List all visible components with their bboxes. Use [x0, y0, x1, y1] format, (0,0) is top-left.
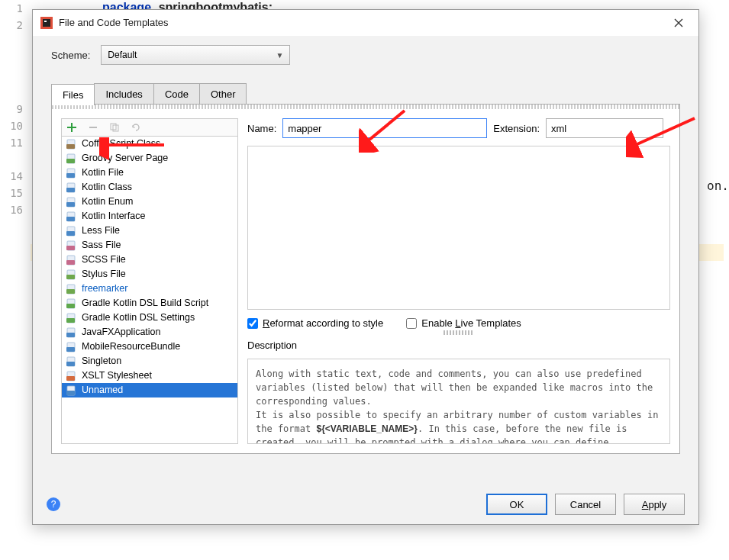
- template-item[interactable]: Less File: [62, 224, 237, 238]
- plus-icon: [66, 122, 77, 133]
- titlebar: File and Code Templates: [33, 10, 698, 36]
- main-area: CoffeeScript ClassGroovy Server PageKotl…: [51, 109, 680, 454]
- dialog-footer: ? OK Cancel Apply: [33, 484, 698, 524]
- svg-rect-20: [66, 246, 75, 250]
- template-item[interactable]: Gradle Kotlin DSL Build Script: [62, 296, 237, 311]
- svg-rect-26: [66, 289, 75, 294]
- name-label: Name:: [247, 123, 276, 134]
- svg-rect-36: [66, 362, 75, 366]
- gutter-line: [0, 84, 31, 101]
- coffee-icon: [66, 139, 78, 150]
- template-item[interactable]: Kotlin File: [62, 166, 237, 180]
- file-icon: [66, 356, 78, 367]
- file-templates-dialog: File and Code Templates Scheme: Default …: [32, 9, 699, 525]
- partial-code: on.: [707, 179, 729, 193]
- template-tree[interactable]: CoffeeScript ClassGroovy Server PageKotl…: [61, 137, 238, 444]
- template-item-label: Kotlin Interface: [82, 209, 145, 224]
- tab-files[interactable]: Files: [51, 84, 95, 105]
- sass-icon: [66, 240, 78, 251]
- description-box: Along with static text, code and comment…: [247, 359, 670, 444]
- template-item-label: Stylus File: [82, 267, 126, 282]
- kotlin-icon: [66, 211, 78, 222]
- cancel-button[interactable]: Cancel: [555, 494, 616, 515]
- gradle-icon: [66, 298, 78, 309]
- template-item[interactable]: SCSS File: [62, 253, 237, 267]
- kotlin-icon: [66, 182, 78, 193]
- template-item[interactable]: Kotlin Class: [62, 180, 237, 195]
- template-item-label: JavaFXApplication: [82, 325, 161, 340]
- svg-rect-30: [66, 318, 75, 323]
- template-item[interactable]: Sass File: [62, 238, 237, 253]
- name-input[interactable]: [282, 118, 487, 138]
- svg-rect-38: [66, 376, 75, 381]
- ok-button[interactable]: OK: [486, 494, 547, 515]
- tab-other[interactable]: Other: [199, 83, 247, 104]
- template-item[interactable]: Gradle Kotlin DSL Settings: [62, 311, 237, 325]
- svg-rect-18: [66, 231, 75, 236]
- template-item-label: Kotlin Class: [82, 180, 132, 195]
- template-item[interactable]: CoffeeScript Class: [62, 137, 237, 151]
- template-editor[interactable]: [247, 146, 670, 310]
- template-item[interactable]: Groovy Server Page: [62, 151, 237, 166]
- sass-icon: [66, 255, 78, 266]
- apply-button[interactable]: Apply: [624, 494, 685, 515]
- svg-rect-22: [66, 260, 75, 265]
- gutter-line: [0, 50, 31, 67]
- add-template-button[interactable]: [65, 121, 79, 134]
- resize-grip[interactable]: [444, 330, 474, 335]
- scheme-label: Scheme:: [51, 50, 90, 61]
- scheme-dropdown[interactable]: Default ▼: [101, 45, 290, 65]
- gutter-line: 14: [0, 168, 31, 185]
- template-item[interactable]: Stylus File: [62, 267, 237, 282]
- template-item[interactable]: Unnamed: [62, 383, 237, 397]
- live-templates-checkbox-label[interactable]: Enable Live Templates: [406, 317, 521, 329]
- file-icon: [66, 327, 78, 338]
- scheme-value: Default: [108, 50, 137, 60]
- close-button[interactable]: [666, 11, 691, 35]
- svg-rect-28: [66, 304, 75, 308]
- template-item[interactable]: XSLT Stylesheet: [62, 369, 237, 383]
- name-extension-row: Name: Extension:: [247, 118, 670, 138]
- kotlin-icon: [66, 197, 78, 208]
- gutter-line: 11: [0, 134, 31, 151]
- template-item-label: CoffeeScript Class: [82, 137, 160, 151]
- live-templates-text: Enable Live Templates: [421, 317, 521, 329]
- template-item-label: Gradle Kotlin DSL Build Script: [82, 296, 208, 311]
- svg-rect-6: [66, 144, 75, 149]
- refresh-icon: [131, 122, 141, 133]
- copy-template-button[interactable]: [108, 121, 121, 134]
- stylus-icon: [66, 269, 78, 280]
- dialog-title: File and Code Templates: [59, 10, 666, 36]
- template-item-label: Sass File: [82, 238, 121, 253]
- svg-rect-2: [44, 21, 47, 22]
- template-item-label: Kotlin Enum: [82, 195, 133, 209]
- template-item[interactable]: MobileResourceBundle: [62, 340, 237, 354]
- help-button[interactable]: ?: [47, 497, 60, 511]
- template-item[interactable]: Kotlin Enum: [62, 195, 237, 209]
- template-item[interactable]: freemarker: [62, 282, 237, 296]
- tabbar: FilesIncludesCodeOther: [51, 83, 680, 105]
- template-item[interactable]: Kotlin Interface: [62, 209, 237, 224]
- reformat-checkbox-label[interactable]: Reformat according to style: [247, 317, 383, 329]
- extension-input[interactable]: [546, 118, 663, 138]
- left-column: CoffeeScript ClassGroovy Server PageKotl…: [61, 118, 238, 444]
- tab-includes[interactable]: Includes: [94, 83, 153, 104]
- template-item-label: Kotlin File: [82, 166, 124, 180]
- gradle-icon: [66, 313, 78, 323]
- svg-rect-14: [66, 202, 75, 207]
- gutter-line: [0, 67, 31, 84]
- scheme-row: Scheme: Default ▼: [33, 36, 698, 65]
- remove-template-button[interactable]: [86, 121, 100, 134]
- live-templates-checkbox[interactable]: [406, 318, 417, 329]
- tab-code[interactable]: Code: [153, 83, 200, 104]
- kotlin-icon: [66, 168, 78, 179]
- template-item-label: MobileResourceBundle: [82, 340, 180, 354]
- freemarker-icon: [66, 284, 78, 294]
- template-item[interactable]: Singleton: [62, 354, 237, 369]
- template-item[interactable]: JavaFXApplication: [62, 325, 237, 340]
- refresh-button[interactable]: [129, 121, 143, 134]
- reformat-checkbox[interactable]: [247, 318, 258, 329]
- gutter-line: [0, 34, 31, 50]
- copy-icon: [109, 122, 120, 133]
- template-item-label: Unnamed: [82, 383, 123, 397]
